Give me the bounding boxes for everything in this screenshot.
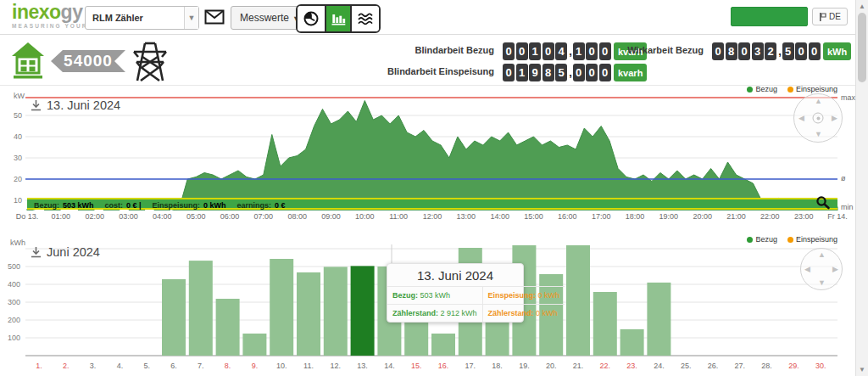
counter-blindarbeit-einspeisung: 01985,000kvarh [503, 64, 647, 81]
bar-day-11[interactable] [297, 272, 320, 356]
zoom-icon[interactable] [815, 195, 831, 210]
summary-value: 503 kWh [63, 201, 94, 210]
bar-day-10[interactable] [270, 259, 293, 356]
language-button[interactable]: DE [812, 8, 848, 25]
pan-down-icon[interactable]: ▼ [818, 279, 826, 287]
summary-label: Bezug: [34, 201, 59, 210]
summary-item: Einspeisung:0 kWh [153, 196, 226, 211]
meter-select-dropdown[interactable]: RLM Zähler ▼ [85, 6, 199, 30]
area-series-bezug[interactable] [27, 101, 837, 211]
counter-digit: 5 [555, 64, 567, 81]
bar-day-15[interactable] [404, 323, 428, 356]
month-chart-pan-control[interactable]: ▲ ▼ ◀ ▶ [800, 248, 843, 290]
month-chart-title-row: Juni 2024 [31, 245, 100, 259]
axis-label: 12:00 [414, 212, 451, 221]
counter-digit: 0 [542, 42, 554, 60]
counter-decimal-separator: , [569, 66, 573, 79]
axis-label: 02:00 [76, 212, 114, 221]
counter-digit: 8 [542, 64, 554, 81]
summary-value: 0 € [275, 201, 286, 210]
axis-label: 06:00 [211, 212, 248, 221]
bar-day-9[interactable] [242, 334, 266, 356]
window-scrollbar[interactable]: ▲ ▼ [855, 0, 868, 376]
summary-label: earnings: [237, 201, 272, 210]
counter-digit: 0 [503, 64, 515, 81]
counter-label-blindarbeit-bezug: Blindarbeit Bezug [322, 45, 494, 55]
axis-label: 18:00 [616, 212, 654, 221]
view-toggle-group [296, 4, 381, 33]
axis-label: 13:00 [448, 212, 485, 221]
day-chart-pan-control[interactable]: ▲ ▼ ◀ ▶ [793, 93, 843, 143]
counter-digit: 3 [752, 42, 764, 60]
day-summary-bar: Bezug:503 kWhcost:0 € |Einspeisung:0 kWh… [27, 198, 837, 210]
min-line-label: min [841, 203, 854, 211]
pan-center-icon[interactable] [813, 113, 824, 124]
pan-down-icon[interactable]: ▼ [815, 131, 822, 138]
axis-label: 50 [5, 111, 22, 120]
counter-digit: 1 [573, 42, 585, 60]
view-toggle-clock-button[interactable] [298, 6, 325, 31]
pan-left-icon[interactable]: ◀ [804, 266, 810, 273]
bar-day-6[interactable] [162, 279, 186, 356]
bar-day-23[interactable] [620, 329, 644, 356]
counter-digit: 0 [503, 42, 515, 60]
bar-day-8[interactable] [216, 299, 240, 356]
counter-unit: kWh [823, 42, 851, 60]
meter-id-badge[interactable]: 54000 [51, 50, 125, 72]
download-icon[interactable] [31, 246, 42, 258]
axis-label: 07:00 [245, 212, 282, 221]
bar-day-7[interactable] [189, 261, 213, 356]
bar-day-13[interactable] [351, 266, 375, 356]
axis-label: 20 [5, 175, 22, 183]
axis-label: 09:00 [313, 212, 350, 221]
axis-label: 100 [3, 334, 20, 342]
axis-label: 10 [5, 196, 22, 205]
pan-right-icon[interactable]: ▶ [832, 115, 837, 122]
counter-digit: 0 [586, 64, 598, 81]
scroll-down-icon[interactable]: ▼ [856, 366, 868, 373]
axis-label: 500 [3, 262, 20, 271]
day-chart-title: 13. Juni 2024 [47, 98, 120, 112]
counter-digit: 1 [516, 64, 528, 81]
pan-left-icon[interactable]: ◀ [798, 115, 804, 122]
view-toggle-barchart-button[interactable] [325, 6, 352, 31]
mail-button[interactable] [204, 9, 225, 25]
meter-select-value: RLM Zähler [86, 13, 184, 23]
scrollbar-thumb[interactable] [858, 13, 866, 82]
counter-digit: 0 [795, 42, 807, 60]
pan-up-icon[interactable]: ▲ [818, 251, 826, 259]
chevron-down-icon: ▼ [184, 7, 198, 29]
axis-label: 200 [3, 316, 20, 324]
house-icon [10, 40, 46, 80]
axis-label: 10:00 [346, 212, 383, 221]
bar-chart-icon [330, 10, 347, 27]
counter-digit: 9 [529, 64, 541, 81]
bar-day-21[interactable] [566, 245, 590, 356]
scroll-up-icon[interactable]: ▲ [856, 3, 868, 10]
axis-label: 11:00 [380, 212, 417, 221]
pan-up-icon[interactable]: ▲ [815, 98, 822, 105]
summary-item: earnings:0 € [237, 196, 286, 211]
bar-day-12[interactable] [324, 267, 348, 356]
axis-label: 30. [802, 362, 839, 370]
bar-day-16[interactable] [431, 334, 455, 356]
pan-right-icon[interactable]: ▶ [832, 266, 838, 273]
tooltip-zaehlerstand-einspeisung: Zählerstand: 0 kWh [482, 304, 565, 322]
bar-day-24[interactable] [647, 283, 670, 356]
primary-action-button[interactable] [731, 7, 808, 26]
counter-digit: 0 [599, 64, 611, 81]
axis-label: Fr 14. [819, 212, 856, 221]
day-chart-title-row: 13. Juni 2024 [31, 98, 120, 112]
tooltip-einspeisung: Einspeisung: 0 kWh [482, 286, 565, 304]
axis-label: 05:00 [177, 212, 214, 221]
day-load-profile-chart[interactable] [0, 85, 868, 210]
summary-value: 0 € | [126, 201, 142, 210]
summary-value: 0 kWh [203, 201, 226, 210]
bar-day-22[interactable] [593, 292, 617, 356]
download-icon[interactable] [31, 99, 42, 111]
counter-digit: 2 [765, 42, 776, 60]
view-toggle-waves-button[interactable] [352, 6, 379, 31]
day-tooltip: 13. Juni 2024 Bezug: 503 kWh Einspeisung… [387, 263, 524, 323]
tooltip-title: 13. Juni 2024 [387, 264, 523, 286]
axis-label: 15:00 [515, 212, 553, 221]
